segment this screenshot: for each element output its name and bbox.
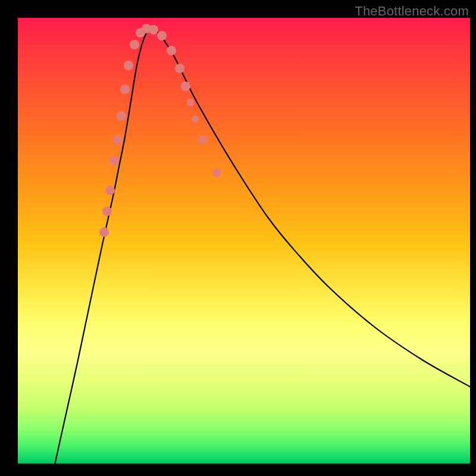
curve-markers (99, 24, 221, 237)
curve-marker (187, 99, 194, 106)
bottleneck-curve-svg (18, 18, 470, 470)
curve-marker (120, 84, 130, 94)
curve-marker (99, 227, 109, 237)
curve-marker (117, 111, 126, 121)
curve-marker (130, 40, 139, 49)
curve-marker (167, 46, 176, 55)
curve-marker (102, 206, 112, 216)
chart-stage: TheBottleneck.com (0, 0, 476, 476)
plot-area (18, 18, 470, 470)
curve-marker (109, 156, 119, 165)
curve-marker (181, 82, 190, 91)
curve-marker (175, 64, 184, 73)
curve-marker (212, 168, 221, 177)
curve-marker (198, 136, 206, 144)
watermark-text: TheBottleneck.com (355, 4, 469, 19)
bottleneck-curve (54, 29, 470, 470)
curve-marker (113, 135, 123, 145)
curve-marker (157, 31, 167, 40)
curve-marker (105, 186, 115, 195)
curve-marker (192, 115, 199, 123)
curve-marker (124, 61, 133, 70)
curve-marker (149, 25, 158, 35)
